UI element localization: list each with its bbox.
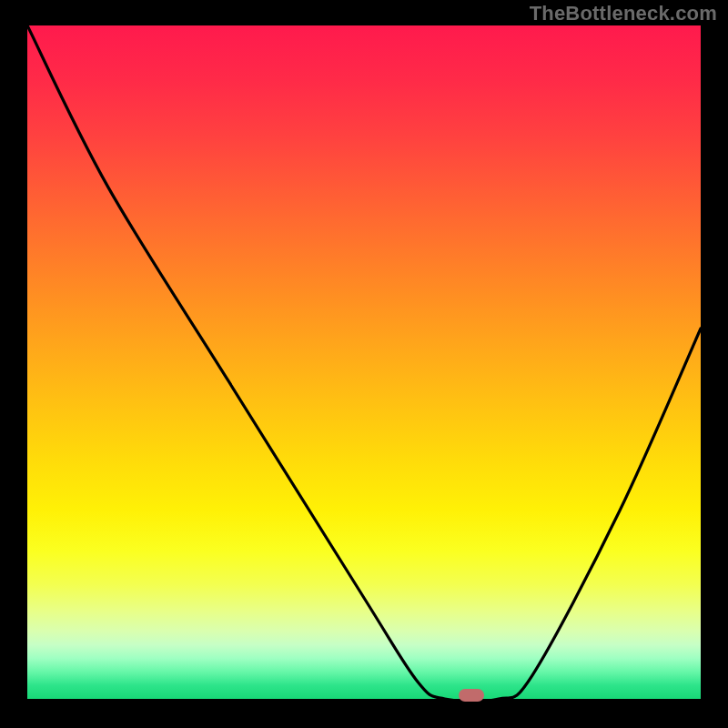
plot-area [27,25,701,699]
bottleneck-curve [27,25,701,699]
optimal-marker [459,689,484,702]
watermark-text: TheBottleneck.com [530,2,717,25]
chart-container: TheBottleneck.com [0,0,728,728]
